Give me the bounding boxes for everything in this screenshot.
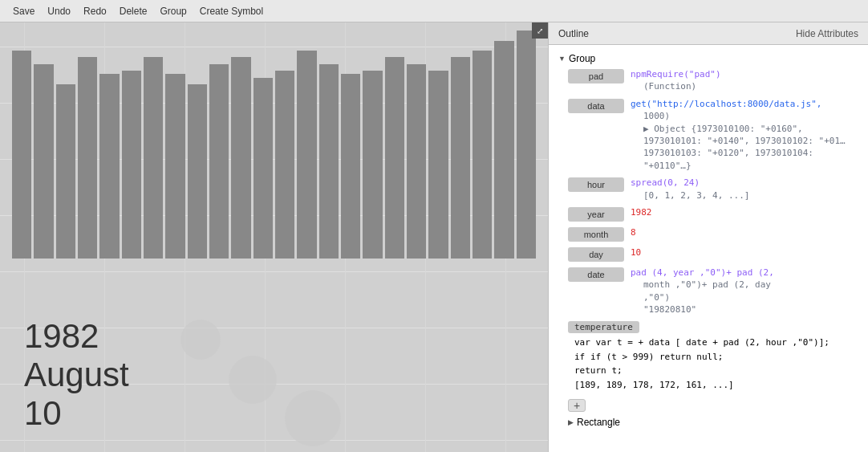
pad-subvalue: (Function) <box>631 80 721 92</box>
group-button[interactable]: Group <box>153 4 193 18</box>
expand-icon: ⤢ <box>537 26 543 35</box>
temp-return: return <box>574 365 606 376</box>
bar <box>122 71 141 259</box>
hour-key: hour <box>568 177 624 192</box>
temp-code-3: return t; <box>574 364 858 378</box>
canvas-area[interactable]: ⤢ 1982 August 10 <box>0 22 548 452</box>
bar <box>12 51 31 259</box>
bar <box>428 71 448 259</box>
hour-subvalue: [0, 1, 2, 3, 4, ...] <box>631 189 749 202</box>
temp-if: if <box>574 352 585 362</box>
outline-tree: ▼ Group pad npmRequire("pad") (Function) <box>549 48 868 433</box>
year-label: 1982 <box>24 317 99 356</box>
outline-title: Outline <box>558 28 589 39</box>
bar-chart <box>0 22 548 259</box>
bar <box>165 74 185 259</box>
grid-line <box>0 440 548 441</box>
circle-large <box>285 390 341 446</box>
outline-content[interactable]: ▼ Group pad npmRequire("pad") (Function) <box>549 45 868 452</box>
bar <box>451 57 470 259</box>
data-value-container: get("http://localhost:8000/data.js", 100… <box>631 98 858 172</box>
date-subvalue: "19820810" <box>631 303 774 316</box>
bar <box>473 51 492 259</box>
data-subvalue: ▶ Object {1973010100: "+0160", 197301010… <box>631 123 858 173</box>
add-button-row: + <box>555 396 862 415</box>
temp-code-text-1: var t = + data [ date + pad (2, hour ,"0… <box>596 337 829 348</box>
create-symbol-button[interactable]: Create Symbol <box>193 4 270 18</box>
temperature-section: temperature var var t = + data [ date + … <box>555 318 862 396</box>
bar <box>407 64 426 259</box>
delete-button[interactable]: Delete <box>113 4 154 18</box>
date-subvalue-text: "19820810" <box>643 304 696 315</box>
month-value-text: 8 <box>631 227 636 238</box>
day-property: day 10 <box>555 244 862 264</box>
temp-subvalue: [189, 189, 178, 172, 161, ...] <box>574 379 858 393</box>
data-subvalue-text: ▶ Object {1973010100: "+0160", 197301010… <box>643 124 846 171</box>
temperature-key-row: temperature <box>568 321 858 336</box>
pad-value-text: npmRequire("pad") <box>631 69 721 79</box>
toolbar: Save Undo Redo Delete Group Create Symbo… <box>0 0 868 22</box>
temp-code-2: if if (t > 999) return null; <box>574 351 858 364</box>
data-value-line2: 1000) <box>631 110 858 122</box>
right-panel: Outline Hide Attributes ▼ Group pad npmR… <box>548 22 868 452</box>
data-property: data get("http://localhost:8000/data.js"… <box>555 96 862 174</box>
pad-key: pad <box>568 69 624 83</box>
circle-small <box>180 320 221 360</box>
date-value-3: ,"0") <box>631 291 774 303</box>
outline-header: Outline Hide Attributes <box>549 22 868 45</box>
bar <box>341 74 360 259</box>
bar <box>363 71 382 259</box>
group-label: Group <box>569 53 595 64</box>
date-v3: ,"0") <box>643 292 670 303</box>
temp-code-text-2: if (t > 999) return null; <box>590 352 724 362</box>
grid-line <box>0 271 548 272</box>
temp-subvalue-text: [189, 189, 178, 172, 161, ...] <box>574 380 734 390</box>
day-key: day <box>568 247 624 262</box>
bar <box>56 84 75 259</box>
bar <box>99 74 119 259</box>
bar <box>34 64 53 259</box>
date-value-container: pad (4, year ,"0")+ pad (2, month ,"0")+… <box>631 267 774 316</box>
save-button[interactable]: Save <box>6 4 41 18</box>
day-value-text: 10 <box>631 247 641 258</box>
group-item[interactable]: ▼ Group <box>555 51 862 66</box>
rectangle-label: Rectangle <box>577 417 620 428</box>
bar <box>319 64 339 259</box>
pad-value-container: npmRequire("pad") (Function) <box>631 68 721 93</box>
date-value-1: pad (4, year ,"0")+ pad (2, <box>631 267 774 279</box>
bar <box>517 31 536 259</box>
bar <box>188 84 207 259</box>
add-property-button[interactable]: + <box>568 399 586 412</box>
pad-value: npmRequire("pad") <box>631 68 721 80</box>
temp-var: var <box>574 337 590 348</box>
year-value-text: 1982 <box>631 207 652 218</box>
expand-button[interactable]: ⤢ <box>532 22 548 39</box>
main-area: ⤢ 1982 August 10 Outline H <box>0 22 868 452</box>
date-key: date <box>568 267 624 282</box>
rectangle-item[interactable]: ▶ Rectangle <box>555 415 862 430</box>
day-label: 10 <box>24 394 62 433</box>
date-v1: pad (4, year ,"0")+ pad (2, <box>631 267 774 278</box>
circle-medium <box>229 356 277 404</box>
hour-property: hour spread(0, 24) [0, 1, 2, 3, 4, ...] <box>555 174 862 204</box>
month-value: 8 <box>631 226 858 238</box>
hide-attributes-button[interactable]: Hide Attributes <box>796 28 858 39</box>
year-property: year 1982 <box>555 204 862 224</box>
data-value: get("http://localhost:8000/data.js", <box>631 98 858 110</box>
temp-code-text-3: t; <box>611 365 622 376</box>
data-key: data <box>568 99 624 113</box>
bar <box>385 57 404 259</box>
undo-button[interactable]: Undo <box>41 4 77 18</box>
hour-subvalue-text: [0, 1, 2, 3, 4, ...] <box>643 190 749 201</box>
date-value-2: month ,"0")+ pad (2, day <box>631 279 774 291</box>
temp-code-1: var var t = + data [ date + pad (2, hour… <box>574 336 858 350</box>
temperature-code: var var t = + data [ date + pad (2, hour… <box>568 336 858 392</box>
rect-triangle-icon: ▶ <box>568 418 574 426</box>
redo-button[interactable]: Redo <box>77 4 113 18</box>
hour-value: spread(0, 24) <box>631 177 749 189</box>
month-property: month 8 <box>555 224 862 244</box>
date-v2: month ,"0")+ pad (2, day <box>643 279 771 290</box>
data-value-line1: get("http://localhost:8000/data.js", <box>631 99 821 109</box>
year-key: year <box>568 207 624 222</box>
expand-triangle-icon: ▼ <box>558 55 566 63</box>
